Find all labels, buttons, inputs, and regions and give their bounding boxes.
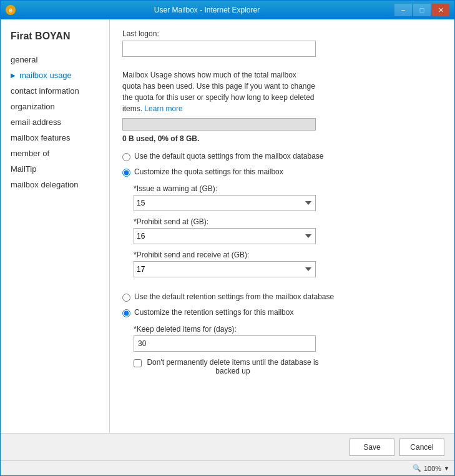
quota-radio-group: Use the default quota settings from the … — [122, 152, 442, 177]
no-perm-delete-checkbox[interactable] — [134, 359, 142, 367]
sidebar-label-mailbox-features: mailbox features — [11, 133, 70, 142]
learn-more-link[interactable]: Learn more — [144, 104, 182, 113]
minimize-button[interactable]: − — [394, 4, 412, 16]
keep-deleted-label: *Keep deleted items for (days): — [134, 325, 442, 334]
sidebar-label-mailtip: MailTip — [11, 164, 36, 174]
default-retention-radio[interactable] — [122, 294, 130, 302]
custom-quota-radio-item: Customize the quota settings for this ma… — [122, 167, 442, 177]
sidebar-label-organization: organization — [11, 102, 55, 111]
custom-quota-radio[interactable] — [122, 169, 130, 177]
user-display-name: Firat BOYAN — [1, 26, 109, 52]
content-panel: Last logon: Mailbox Usage shows how much… — [110, 19, 454, 433]
maximize-button[interactable]: □ — [413, 4, 431, 16]
sidebar-label-member-of: member of — [11, 149, 49, 158]
prohibit-send-receive-label: *Prohibit send and receive at (GB): — [134, 250, 442, 259]
bottom-bar: Save Cancel — [1, 433, 454, 460]
warn-at-label: *Issue a warning at (GB): — [134, 184, 442, 193]
prohibit-send-select[interactable]: 16 — [134, 228, 316, 244]
usage-text: 0 B used, 0% of 8 GB. — [122, 134, 442, 143]
sidebar-label-general: general — [11, 55, 37, 64]
default-quota-label[interactable]: Use the default quota settings from the … — [134, 152, 324, 161]
prohibit-send-receive-select[interactable]: 17 — [134, 261, 316, 277]
window-controls: − □ ✕ — [394, 4, 449, 16]
title-bar: e User Mailbox - Internet Explorer − □ ✕ — [1, 1, 454, 19]
sidebar-label-contact-information: contact information — [11, 86, 79, 96]
sidebar-label-mailbox-usage: mailbox usage — [19, 71, 72, 80]
zoom-control[interactable]: 🔍 100% ▼ — [413, 464, 449, 472]
sidebar-item-member-of[interactable]: member of — [1, 146, 109, 161]
last-logon-input[interactable] — [122, 41, 316, 57]
default-quota-radio[interactable] — [122, 153, 130, 161]
custom-retention-radio[interactable] — [122, 309, 130, 317]
no-perm-delete-label[interactable]: Don't permanently delete items until the… — [145, 358, 320, 375]
zoom-dropdown-icon[interactable]: ▼ — [444, 465, 449, 472]
warn-at-select[interactable]: 15 — [134, 195, 316, 211]
app-icon: e — [6, 5, 16, 15]
cancel-button[interactable]: Cancel — [399, 439, 444, 456]
status-bar: 🔍 100% ▼ — [1, 460, 454, 475]
sidebar-item-mailbox-usage[interactable]: ▶ mailbox usage — [1, 67, 109, 83]
main-window: e User Mailbox - Internet Explorer − □ ✕… — [0, 0, 455, 476]
prohibit-send-receive-group: *Prohibit send and receive at (GB): 17 — [134, 250, 442, 277]
save-button[interactable]: Save — [350, 439, 394, 456]
warn-at-group: *Issue a warning at (GB): 15 — [134, 184, 442, 211]
sidebar-item-mailbox-features[interactable]: mailbox features — [1, 130, 109, 146]
last-logon-label: Last logon: — [122, 29, 442, 38]
main-content-area: Firat BOYAN general ▶ mailbox usage cont… — [1, 19, 454, 433]
keep-deleted-group: *Keep deleted items for (days): — [134, 325, 442, 352]
keep-deleted-input[interactable] — [134, 335, 316, 352]
window-title: User Mailbox - Internet Explorer — [19, 6, 394, 14]
usage-bar — [122, 118, 316, 131]
sidebar-item-general[interactable]: general — [1, 52, 109, 67]
sidebar-item-email-address[interactable]: email address — [1, 114, 109, 130]
close-button[interactable]: ✕ — [432, 4, 449, 16]
custom-retention-label[interactable]: Customize the retention settings for thi… — [134, 308, 293, 317]
zoom-level: 100% — [424, 465, 441, 472]
sidebar: Firat BOYAN general ▶ mailbox usage cont… — [1, 19, 110, 433]
sidebar-item-mailtip[interactable]: MailTip — [1, 161, 109, 177]
zoom-icon: 🔍 — [413, 464, 421, 472]
retention-radio-group: Use the default retention settings from … — [122, 292, 442, 317]
default-quota-radio-item: Use the default quota settings from the … — [122, 152, 442, 161]
custom-quota-label[interactable]: Customize the quota settings for this ma… — [134, 167, 283, 176]
sidebar-item-mailbox-delegation[interactable]: mailbox delegation — [1, 177, 109, 192]
info-description: Mailbox Usage shows how much of the tota… — [122, 69, 316, 114]
sidebar-label-mailbox-delegation: mailbox delegation — [11, 180, 78, 189]
no-perm-delete-item: Don't permanently delete items until the… — [134, 358, 442, 375]
custom-retention-radio-item: Customize the retention settings for thi… — [122, 308, 442, 317]
sidebar-label-email-address: email address — [11, 117, 61, 127]
active-arrow-icon: ▶ — [11, 72, 16, 79]
sidebar-item-organization[interactable]: organization — [1, 99, 109, 114]
prohibit-send-label: *Prohibit send at (GB): — [134, 217, 442, 226]
prohibit-send-group: *Prohibit send at (GB): 16 — [134, 217, 442, 244]
sidebar-item-contact-information[interactable]: contact information — [1, 83, 109, 99]
default-retention-label[interactable]: Use the default retention settings from … — [134, 292, 334, 301]
default-retention-radio-item: Use the default retention settings from … — [122, 292, 442, 302]
